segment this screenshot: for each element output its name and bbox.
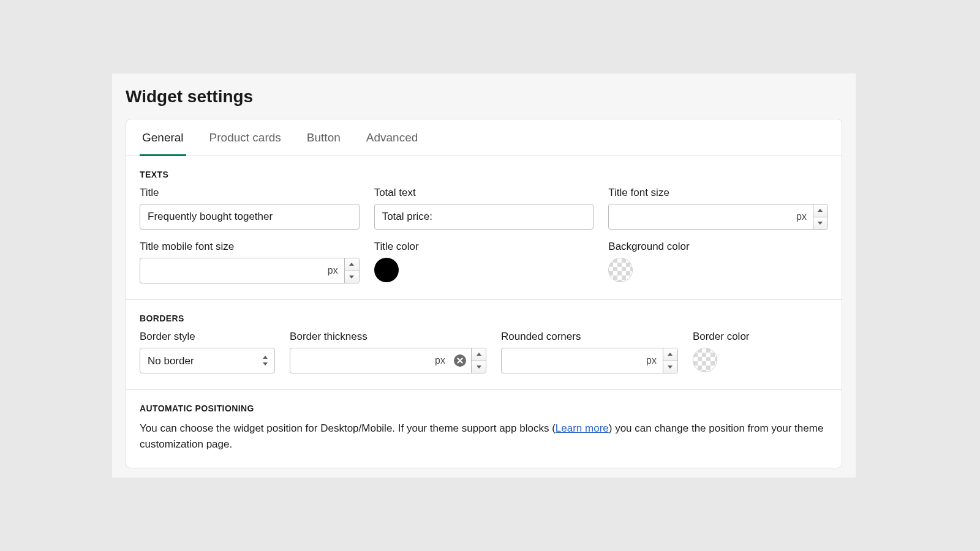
chevron-up-icon xyxy=(477,353,481,356)
step-down-button[interactable] xyxy=(345,271,359,283)
label-border-thickness: Border thickness xyxy=(290,331,486,343)
step-down-button[interactable] xyxy=(813,217,827,230)
clear-button[interactable] xyxy=(454,354,466,367)
field-title-mobile-font-size: Title mobile font size px xyxy=(140,241,360,283)
spinner xyxy=(663,348,677,373)
positioning-text-pre: You can choose the widget position for D… xyxy=(140,422,556,434)
field-title-color: Title color xyxy=(374,241,594,283)
label-rounded-corners: Rounded corners xyxy=(501,331,678,343)
color-swatch-background[interactable] xyxy=(608,258,633,282)
step-up-button[interactable] xyxy=(663,348,677,361)
input-border-thickness[interactable] xyxy=(290,348,435,373)
unit-px: px xyxy=(328,265,344,276)
input-title-mobile-font-size[interactable] xyxy=(140,258,328,283)
numeric-rounded-corners: px xyxy=(501,348,678,373)
chevron-down-icon xyxy=(818,222,823,225)
tabs: General Product cards Button Advanced xyxy=(126,119,842,156)
select-border-style[interactable]: No border xyxy=(140,348,275,373)
tab-product-cards[interactable]: Product cards xyxy=(207,120,284,156)
input-rounded-corners[interactable] xyxy=(502,348,646,373)
learn-more-link[interactable]: Learn more xyxy=(556,422,609,434)
step-down-button[interactable] xyxy=(472,361,486,373)
settings-card: General Product cards Button Advanced TE… xyxy=(126,119,842,468)
section-heading-positioning: AUTOMATIC POSITIONING xyxy=(140,403,828,413)
tab-general[interactable]: General xyxy=(140,120,186,156)
spinner xyxy=(813,204,827,229)
step-down-button[interactable] xyxy=(663,361,677,373)
step-up-button[interactable] xyxy=(813,204,827,217)
chevron-down-icon xyxy=(349,276,354,279)
chevron-down-icon xyxy=(668,365,673,369)
page-title: Widget settings xyxy=(112,73,856,119)
field-border-style: Border style No border xyxy=(140,331,275,373)
positioning-description: You can choose the widget position for D… xyxy=(140,421,828,452)
section-heading-borders: BORDERS xyxy=(140,313,828,323)
label-title: Title xyxy=(140,187,360,199)
numeric-border-thickness: px xyxy=(290,348,486,373)
section-heading-texts: TEXTS xyxy=(140,170,828,179)
chevron-up-icon xyxy=(349,263,354,266)
label-background-color: Background color xyxy=(608,241,828,253)
unit-px: px xyxy=(646,355,663,366)
color-swatch-border[interactable] xyxy=(693,348,717,372)
field-title: Title xyxy=(140,187,360,230)
step-up-button[interactable] xyxy=(345,258,359,271)
chevron-down-icon xyxy=(477,365,481,369)
field-rounded-corners: Rounded corners px xyxy=(501,331,678,373)
field-border-thickness: Border thickness px xyxy=(290,331,486,373)
section-borders: BORDERS Border style No border Border th… xyxy=(126,299,842,389)
label-border-style: Border style xyxy=(140,331,275,343)
label-title-mobile-font-size: Title mobile font size xyxy=(140,241,360,253)
tab-advanced[interactable]: Advanced xyxy=(364,120,421,156)
field-title-font-size: Title font size px xyxy=(608,187,828,230)
chevron-up-icon xyxy=(818,209,823,212)
field-total-text: Total text xyxy=(374,187,594,230)
label-title-font-size: Title font size xyxy=(608,187,828,199)
numeric-title-mobile-font-size: px xyxy=(140,258,360,283)
step-up-button[interactable] xyxy=(472,348,486,361)
input-title[interactable] xyxy=(140,204,360,230)
label-border-color: Border color xyxy=(693,331,828,343)
spinner xyxy=(344,258,359,283)
spinner xyxy=(471,348,486,373)
unit-px: px xyxy=(435,355,451,366)
section-texts: TEXTS Title Total text Title font size p… xyxy=(126,156,842,299)
label-total-text: Total text xyxy=(374,187,594,199)
field-background-color: Background color xyxy=(608,241,828,283)
numeric-title-font-size: px xyxy=(608,204,828,230)
input-total-text[interactable] xyxy=(374,204,594,230)
settings-panel: Widget settings General Product cards Bu… xyxy=(112,73,856,478)
input-title-font-size[interactable] xyxy=(609,204,796,229)
chevron-up-icon xyxy=(668,353,673,356)
unit-px: px xyxy=(796,211,813,222)
section-positioning: AUTOMATIC POSITIONING You can choose the… xyxy=(126,389,842,468)
field-border-color: Border color xyxy=(693,331,828,373)
label-title-color: Title color xyxy=(374,241,594,253)
tab-button[interactable]: Button xyxy=(304,120,343,156)
color-swatch-title[interactable] xyxy=(374,258,399,282)
